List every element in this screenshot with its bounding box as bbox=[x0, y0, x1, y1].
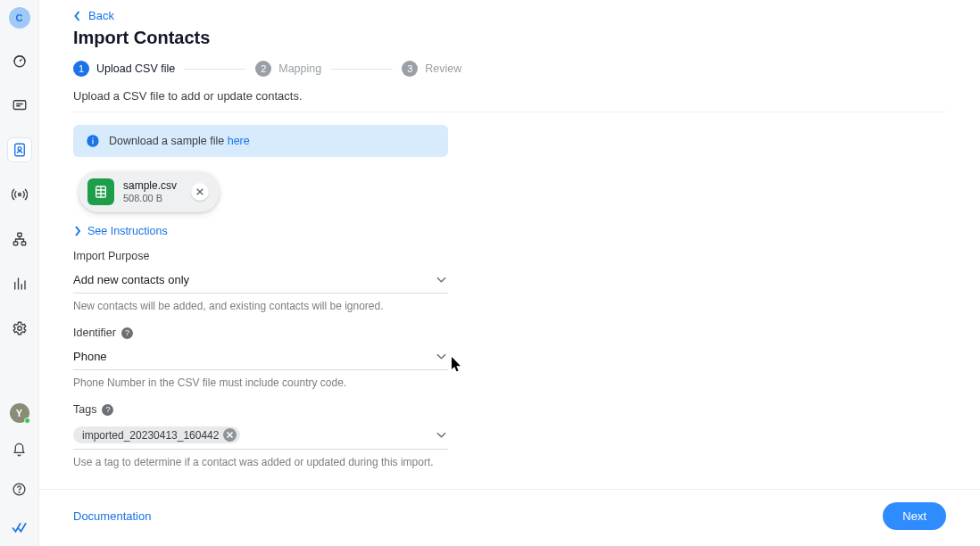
dashboard-icon[interactable] bbox=[7, 48, 32, 73]
workflow-icon[interactable] bbox=[7, 227, 32, 252]
step-description: Upload a CSV file to add or update conta… bbox=[73, 89, 946, 103]
file-size: 508.00 B bbox=[123, 193, 177, 205]
close-icon bbox=[195, 187, 204, 196]
step-2-label: Mapping bbox=[278, 62, 321, 75]
next-button[interactable]: Next bbox=[883, 502, 946, 530]
step-3: 3 Review bbox=[402, 61, 461, 77]
svg-point-8 bbox=[17, 327, 21, 331]
svg-point-10 bbox=[19, 492, 20, 492]
close-icon bbox=[226, 431, 234, 439]
sidebar: C Y bbox=[0, 0, 39, 546]
tags-field: Tags ? imported_20230413_160442 Use a ta… bbox=[73, 403, 448, 468]
svg-rect-6 bbox=[13, 242, 18, 245]
tag-text: imported_20230413_160442 bbox=[82, 429, 219, 442]
import-purpose-hint: New contacts will be added, and existing… bbox=[73, 300, 448, 312]
reports-icon[interactable] bbox=[7, 271, 32, 296]
svg-rect-12 bbox=[92, 140, 93, 145]
step-1-num: 1 bbox=[73, 61, 89, 77]
step-2-num: 2 bbox=[255, 61, 271, 77]
step-connector bbox=[184, 69, 246, 70]
step-1-label: Upload CSV file bbox=[96, 62, 175, 75]
import-purpose-field: Import Purpose Add new contacts only New… bbox=[73, 250, 448, 312]
step-connector bbox=[330, 69, 393, 70]
see-instructions-link[interactable]: See Instructions bbox=[73, 225, 946, 237]
status-dot-icon bbox=[24, 418, 30, 424]
chevron-left-icon bbox=[73, 11, 81, 21]
chevron-down-icon bbox=[436, 275, 446, 285]
chat-icon[interactable] bbox=[7, 93, 32, 118]
identifier-hint: Phone Number in the CSV file must includ… bbox=[73, 376, 448, 389]
sample-file-link[interactable]: here bbox=[228, 135, 250, 147]
chevron-right-icon bbox=[73, 226, 82, 236]
documentation-link[interactable]: Documentation bbox=[73, 509, 151, 523]
identifier-select[interactable]: Phone bbox=[73, 346, 448, 370]
back-label: Back bbox=[88, 9, 114, 22]
footer: Documentation Next bbox=[39, 489, 980, 546]
svg-rect-7 bbox=[21, 242, 26, 245]
brand-icon[interactable] bbox=[7, 516, 32, 541]
tags-label: Tags bbox=[73, 403, 96, 416]
svg-point-3 bbox=[18, 147, 21, 151]
import-purpose-label: Import Purpose bbox=[73, 250, 448, 262]
notifications-icon[interactable] bbox=[7, 437, 32, 462]
tags-select[interactable]: imported_20230413_160442 bbox=[73, 423, 448, 450]
user-avatar-letter: Y bbox=[16, 408, 22, 418]
import-purpose-select[interactable]: Add new contacts only bbox=[73, 269, 448, 294]
remove-file-button[interactable] bbox=[191, 183, 209, 201]
chevron-down-icon bbox=[436, 430, 446, 440]
identifier-value: Phone bbox=[73, 350, 107, 363]
back-button[interactable]: Back bbox=[73, 9, 946, 22]
svg-point-13 bbox=[92, 137, 94, 139]
instructions-label: See Instructions bbox=[87, 225, 168, 237]
step-3-label: Review bbox=[425, 62, 461, 75]
sample-file-banner: Download a sample file here bbox=[73, 125, 448, 157]
svg-point-4 bbox=[18, 194, 21, 196]
identifier-help-icon[interactable]: ? bbox=[121, 327, 133, 339]
import-purpose-value: Add new contacts only bbox=[73, 273, 189, 286]
identifier-label: Identifier bbox=[73, 327, 116, 339]
remove-tag-button[interactable] bbox=[223, 428, 237, 442]
stepper: 1 Upload CSV file 2 Mapping 3 Review bbox=[73, 61, 946, 77]
step-1: 1 Upload CSV file bbox=[73, 61, 175, 77]
tags-hint: Use a tag to determine if a contact was … bbox=[73, 456, 448, 468]
page-title: Import Contacts bbox=[73, 28, 946, 48]
file-name: sample.csv bbox=[123, 179, 177, 193]
info-icon bbox=[86, 134, 100, 148]
help-icon[interactable] bbox=[7, 476, 32, 501]
tags-help-icon[interactable]: ? bbox=[102, 404, 113, 416]
contacts-icon[interactable] bbox=[7, 137, 32, 162]
broadcast-icon[interactable] bbox=[7, 182, 32, 207]
banner-text: Download a sample file here bbox=[109, 135, 250, 147]
svg-rect-1 bbox=[13, 101, 26, 110]
step-3-num: 3 bbox=[402, 61, 418, 77]
identifier-field: Identifier ? Phone Phone Number in the C… bbox=[73, 327, 448, 389]
chevron-down-icon bbox=[436, 352, 446, 361]
divider bbox=[73, 112, 946, 112]
file-sheet-icon bbox=[87, 178, 114, 205]
workspace-avatar[interactable]: C bbox=[9, 7, 30, 29]
uploaded-file-chip: sample.csv 508.00 B bbox=[79, 171, 220, 212]
tag-chip: imported_20230413_160442 bbox=[73, 426, 240, 443]
user-avatar[interactable]: Y bbox=[10, 403, 29, 423]
step-2: 2 Mapping bbox=[255, 61, 321, 77]
banner-prefix: Download a sample file bbox=[109, 135, 228, 147]
settings-icon[interactable] bbox=[7, 316, 32, 341]
svg-rect-5 bbox=[17, 233, 21, 236]
